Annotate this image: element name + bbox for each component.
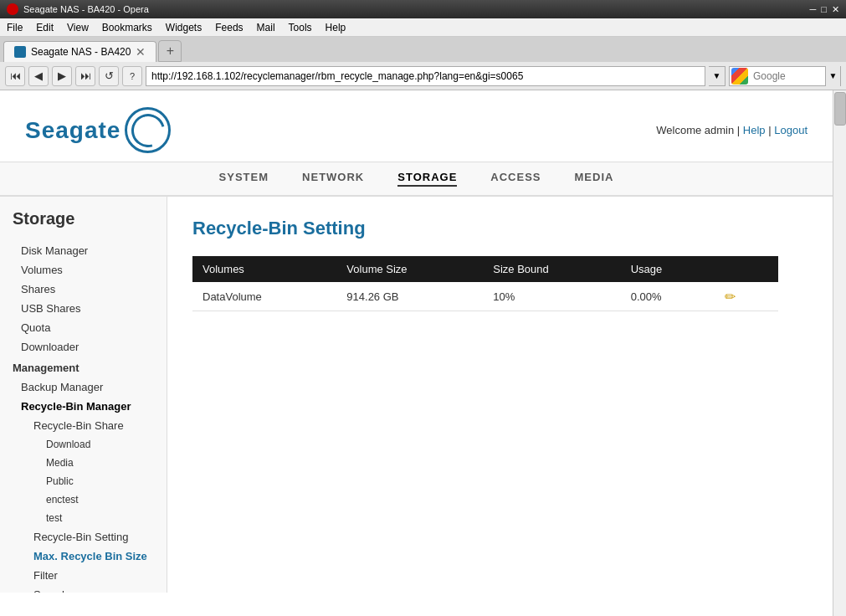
nav-network[interactable]: NETWORK xyxy=(302,171,364,187)
sidebar-item-shares[interactable]: Shares xyxy=(0,280,167,299)
new-tab-button[interactable]: + xyxy=(158,40,182,62)
browser-tab-bar: Seagate NAS - BA420 ✕ + xyxy=(0,37,846,62)
menu-file[interactable]: File xyxy=(0,20,29,35)
sidebar-group-management: Management xyxy=(0,357,167,377)
help-link[interactable]: Help xyxy=(743,124,766,136)
google-search-input[interactable] xyxy=(750,70,825,82)
cell-size-bound: 10% xyxy=(483,282,620,311)
table-header-row: Volumes Volume Size Size Bound Usage xyxy=(192,256,778,282)
col-actions xyxy=(715,256,778,282)
nav-system[interactable]: SYSTEM xyxy=(219,171,269,187)
google-icon xyxy=(731,68,748,85)
header-separator-1: | xyxy=(737,124,743,136)
header-links: Welcome admin | Help | Logout xyxy=(656,124,808,136)
sidebar-item-public[interactable]: Public xyxy=(0,472,167,490)
sidebar-item-recycle-bin-setting[interactable]: Recycle-Bin Setting xyxy=(0,527,167,547)
fast-forward-button[interactable]: ⏭ xyxy=(75,66,95,86)
cell-volumes: DataVolume xyxy=(192,282,336,311)
menu-mail[interactable]: Mail xyxy=(250,20,282,35)
nav-media[interactable]: MEDIA xyxy=(575,171,614,187)
page-title: Recycle-Bin Setting xyxy=(192,218,808,239)
page-content: Seagate Welcome admin | Help | Logout SY… xyxy=(0,90,833,616)
sidebar-item-filter[interactable]: Filter xyxy=(0,566,167,585)
sidebar: Storage Disk Manager Volumes Shares USB … xyxy=(0,197,167,593)
address-dropdown[interactable]: ▼ xyxy=(709,66,726,86)
col-size-bound: Size Bound xyxy=(483,256,620,282)
menu-help[interactable]: Help xyxy=(319,20,353,35)
google-search-box[interactable]: ▼ xyxy=(729,66,841,86)
recycle-bin-table: Volumes Volume Size Size Bound Usage Dat… xyxy=(192,256,778,311)
sidebar-title: Storage xyxy=(0,209,167,241)
sidebar-item-max-recycle-bin-size[interactable]: Max. Recycle Bin Size xyxy=(0,547,167,566)
col-volumes: Volumes xyxy=(192,256,336,282)
content-area: Recycle-Bin Setting Volumes Volume Size … xyxy=(167,197,833,593)
top-nav-menu: SYSTEM NETWORK STORAGE ACCESS MEDIA xyxy=(0,162,833,197)
browser-menu-bar: File Edit View Bookmarks Widgets Feeds M… xyxy=(0,18,846,37)
cell-volume-size: 914.26 GB xyxy=(336,282,483,311)
close-button[interactable]: ✕ xyxy=(832,4,839,15)
sidebar-item-volumes[interactable]: Volumes xyxy=(0,260,167,280)
menu-tools[interactable]: Tools xyxy=(282,20,319,35)
tab-label: Seagate NAS - BA420 xyxy=(31,46,131,58)
back-button[interactable]: ◀ xyxy=(28,66,49,86)
nav-storage[interactable]: STORAGE xyxy=(397,171,457,187)
browser-title: Seagate NAS - BA420 - Opera xyxy=(23,4,149,14)
logo-swirl xyxy=(126,107,172,153)
sidebar-item-backup-manager[interactable]: Backup Manager xyxy=(0,377,167,397)
menu-bookmarks[interactable]: Bookmarks xyxy=(95,20,159,35)
sidebar-item-disk-manager[interactable]: Disk Manager xyxy=(0,241,167,260)
browser-tab[interactable]: Seagate NAS - BA420 ✕ xyxy=(3,41,156,62)
sidebar-item-usb-shares[interactable]: USB Shares xyxy=(0,299,167,318)
cell-edit[interactable]: ✏ xyxy=(715,282,778,311)
sidebar-item-recycle-bin-manager[interactable]: Recycle-Bin Manager xyxy=(0,397,167,416)
scrollbar[interactable] xyxy=(833,90,846,616)
sidebar-item-download[interactable]: Download xyxy=(0,435,167,454)
browser-title-bar: Seagate NAS - BA420 - Opera ─ □ ✕ xyxy=(0,0,846,18)
welcome-text: Welcome admin xyxy=(656,124,734,136)
google-dropdown[interactable]: ▼ xyxy=(825,66,840,86)
scrollbar-thumb[interactable] xyxy=(834,92,846,126)
tab-close-button[interactable]: ✕ xyxy=(136,45,146,59)
maximize-button[interactable]: □ xyxy=(821,4,827,15)
browser-nav-bar: ⏮ ◀ ▶ ⏭ ↺ ? ▼ ▼ xyxy=(0,62,846,90)
minimize-button[interactable]: ─ xyxy=(810,4,817,15)
sidebar-item-enctest[interactable]: enctest xyxy=(0,490,167,509)
col-volume-size: Volume Size xyxy=(336,256,483,282)
reload-button[interactable]: ↺ xyxy=(99,66,119,86)
sidebar-item-downloader[interactable]: Downloader xyxy=(0,337,167,357)
sidebar-item-test[interactable]: test xyxy=(0,509,167,527)
sidebar-item-recycle-bin-share[interactable]: Recycle-Bin Share xyxy=(0,416,167,435)
menu-feeds[interactable]: Feeds xyxy=(208,20,249,35)
menu-view[interactable]: View xyxy=(60,20,95,35)
logo-icon xyxy=(125,107,171,153)
sidebar-item-media[interactable]: Media xyxy=(0,454,167,472)
logo-text: Seagate xyxy=(25,117,120,144)
nav-access[interactable]: ACCESS xyxy=(490,171,541,187)
tab-favicon xyxy=(14,46,26,58)
edit-icon[interactable]: ✏ xyxy=(725,289,740,304)
table-row: DataVolume 914.26 GB 10% 0.00% ✏ xyxy=(192,282,778,311)
sidebar-item-quota[interactable]: Quota xyxy=(0,318,167,337)
seagate-logo: Seagate xyxy=(25,107,171,153)
browser-favicon xyxy=(7,3,18,15)
col-usage: Usage xyxy=(621,256,715,282)
home-button[interactable]: ? xyxy=(122,66,142,86)
address-bar[interactable] xyxy=(146,66,705,86)
cell-usage: 0.00% xyxy=(621,282,715,311)
logout-link[interactable]: Logout xyxy=(774,124,808,136)
menu-widgets[interactable]: Widgets xyxy=(159,20,208,35)
main-layout: Storage Disk Manager Volumes Shares USB … xyxy=(0,197,833,593)
menu-edit[interactable]: Edit xyxy=(29,20,60,35)
sidebar-item-search[interactable]: Search xyxy=(0,585,167,593)
back-first-button[interactable]: ⏮ xyxy=(5,66,25,86)
page-header: Seagate Welcome admin | Help | Logout xyxy=(0,90,833,162)
forward-button[interactable]: ▶ xyxy=(52,66,72,86)
